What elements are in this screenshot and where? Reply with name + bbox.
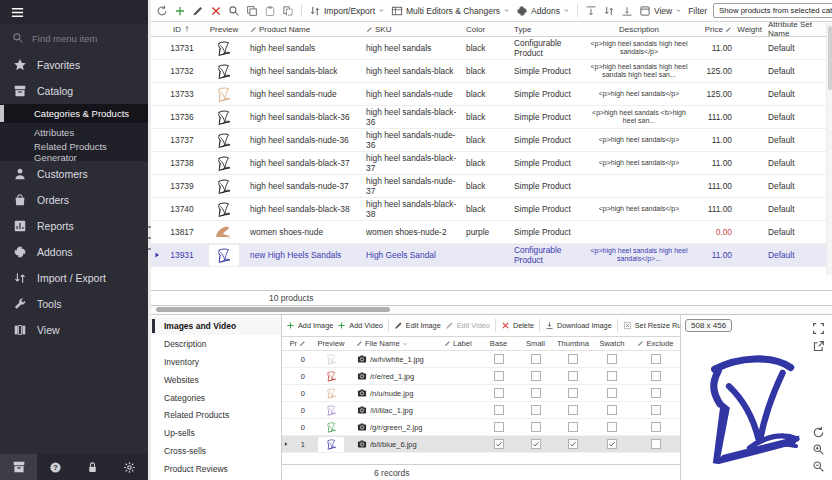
column-header-pr[interactable]: Pr xyxy=(290,337,308,350)
checkbox-small[interactable] xyxy=(531,439,541,449)
delete-button[interactable] xyxy=(210,5,222,17)
checkbox-swatch[interactable] xyxy=(607,354,617,364)
checkbox-base[interactable] xyxy=(494,422,504,432)
column-header-file-name[interactable]: File Name xyxy=(354,337,442,350)
set-resize-rule-button[interactable]: Set Resize Rule xyxy=(623,321,680,330)
menu-addons[interactable]: Addons xyxy=(516,5,570,17)
checkbox-thumbnail[interactable] xyxy=(568,439,578,449)
sidebar-item-view[interactable]: View xyxy=(0,317,148,343)
add-image-button[interactable]: Add Image xyxy=(286,321,333,330)
column-header-thumbna[interactable]: Thumbna xyxy=(554,337,592,350)
checkbox-small[interactable] xyxy=(531,422,541,432)
column-header-color[interactable]: Color xyxy=(463,22,511,36)
image-row-white_1.jpg[interactable]: 0/w/h/white_1.jpg xyxy=(282,351,680,368)
tab-description[interactable]: Description xyxy=(151,335,281,353)
sidebar-item-reports[interactable]: Reports xyxy=(0,213,148,239)
product-row-13817[interactable]: 13817women shoes-nudewomen shoes-nude-2p… xyxy=(151,221,832,244)
checkbox-exclude[interactable] xyxy=(651,388,661,398)
sidebar-item-favorites[interactable]: Favorites xyxy=(0,52,148,78)
product-row-13739[interactable]: 13739high heel sandals-nude-37high heel … xyxy=(151,175,832,198)
checkbox-swatch[interactable] xyxy=(607,422,617,432)
checkbox-thumbnail[interactable] xyxy=(568,422,578,432)
checkbox-base[interactable] xyxy=(494,388,504,398)
zoom-in-icon[interactable] xyxy=(812,442,825,460)
hamburger-menu-icon[interactable] xyxy=(10,5,25,20)
edit-button[interactable] xyxy=(192,5,204,17)
footer-button-help[interactable]: ? xyxy=(49,461,62,474)
menu-import-export[interactable]: Import/Export xyxy=(309,5,385,17)
rotate-image-icon[interactable] xyxy=(812,425,825,443)
fullscreen-icon[interactable] xyxy=(812,321,825,339)
checkbox-base[interactable] xyxy=(494,371,504,381)
checkbox-base[interactable] xyxy=(494,354,504,364)
delete-button[interactable]: Delete xyxy=(501,321,534,330)
tab-product-reviews[interactable]: Product Reviews xyxy=(151,460,281,478)
collapse-all-button[interactable] xyxy=(621,5,633,17)
column-header-sku[interactable]: SKU xyxy=(363,22,463,36)
column-header-id[interactable]: ID xyxy=(163,22,201,36)
vertical-scrollbar[interactable] xyxy=(826,23,832,275)
column-header-attribute-set-name[interactable]: Attribute Set Name xyxy=(765,22,827,36)
column-header-swatch[interactable]: Swatch xyxy=(592,337,632,350)
checkbox-swatch[interactable] xyxy=(607,405,617,415)
edit-image-button[interactable]: Edit Image xyxy=(394,321,441,330)
tab-cross-sells[interactable]: Cross-sells xyxy=(151,442,281,460)
checkbox-small[interactable] xyxy=(531,371,541,381)
swap-rows-button[interactable] xyxy=(603,5,615,17)
download-image-button[interactable]: Download Image xyxy=(545,321,612,330)
add-video-button[interactable]: Add Video xyxy=(337,321,383,330)
sidebar-item-customers[interactable]: Customers xyxy=(0,161,148,187)
sidebar-item-orders[interactable]: Orders xyxy=(0,187,148,213)
checkbox-base[interactable] xyxy=(494,439,504,449)
checkbox-thumbnail[interactable] xyxy=(568,371,578,381)
column-header-weight[interactable]: Weight xyxy=(735,22,765,36)
tab-up-sells[interactable]: Up-sells xyxy=(151,424,281,442)
category-filter-select[interactable]: Show products from selected categories xyxy=(713,3,832,18)
column-header-product-name[interactable]: Product Name xyxy=(247,22,363,36)
menu-search-input[interactable] xyxy=(32,33,136,44)
scrollbar-thumb[interactable] xyxy=(156,307,390,312)
expand-all-button[interactable] xyxy=(585,5,597,17)
checkbox-small[interactable] xyxy=(531,405,541,415)
column-header-small[interactable]: Small xyxy=(517,337,554,350)
checkbox-small[interactable] xyxy=(531,388,541,398)
tab-related-products[interactable]: Related Products xyxy=(151,406,281,424)
image-row-blue_6.jpg[interactable]: 1/b/l/blue_6.jpg xyxy=(282,436,680,453)
image-row-lilac_1.jpg[interactable]: 0/l/i/lilac_1.jpg xyxy=(282,402,680,419)
footer-button-lock[interactable] xyxy=(86,461,99,474)
checkbox-small[interactable] xyxy=(531,354,541,364)
checkbox-swatch[interactable] xyxy=(607,371,617,381)
tab-websites[interactable]: Websites xyxy=(151,371,281,389)
sidebar-search[interactable] xyxy=(0,24,148,52)
checkbox-exclude[interactable] xyxy=(651,422,661,432)
checkbox-swatch[interactable] xyxy=(607,439,617,449)
product-row-13736[interactable]: 13736high heel sandals-black-36high heel… xyxy=(151,106,832,129)
checkbox-thumbnail[interactable] xyxy=(568,405,578,415)
checkbox-exclude[interactable] xyxy=(651,354,661,364)
row-expander[interactable] xyxy=(151,244,163,266)
tab-inventory[interactable]: Inventory xyxy=(151,353,281,371)
paste-button[interactable] xyxy=(264,5,276,17)
image-row-red_1.jpg[interactable]: 0/r/e/red_1.jpg xyxy=(282,368,680,385)
column-header-type[interactable]: Type xyxy=(511,22,585,36)
column-header-preview[interactable]: Preview xyxy=(308,337,354,350)
checkbox-exclude[interactable] xyxy=(651,405,661,415)
checkbox-base[interactable] xyxy=(494,405,504,415)
copy-button[interactable] xyxy=(246,5,258,17)
footer-button-store[interactable] xyxy=(0,454,37,480)
add-button[interactable] xyxy=(174,5,186,17)
product-row-13737[interactable]: 13737high heel sandals-nude-36high heel … xyxy=(151,129,832,152)
sidebar-item-related-products-generator[interactable]: Related Products Generator xyxy=(0,142,148,161)
checkbox-thumbnail[interactable] xyxy=(568,388,578,398)
image-row-green_2.jpg[interactable]: 0/g/r/green_2.jpg xyxy=(282,419,680,436)
sidebar-item-import-export[interactable]: Import / Export xyxy=(0,265,148,291)
checkbox-exclude[interactable] xyxy=(651,371,661,381)
column-header-label[interactable]: Label xyxy=(442,337,480,350)
footer-button-settings[interactable] xyxy=(123,461,136,474)
column-header-price[interactable]: Price xyxy=(693,22,735,36)
open-external-icon[interactable] xyxy=(812,339,825,357)
find-button[interactable] xyxy=(228,5,240,17)
tab-categories[interactable]: Categories xyxy=(151,389,281,407)
column-header-base[interactable]: Base xyxy=(480,337,517,350)
duplicate-button[interactable] xyxy=(282,5,294,17)
